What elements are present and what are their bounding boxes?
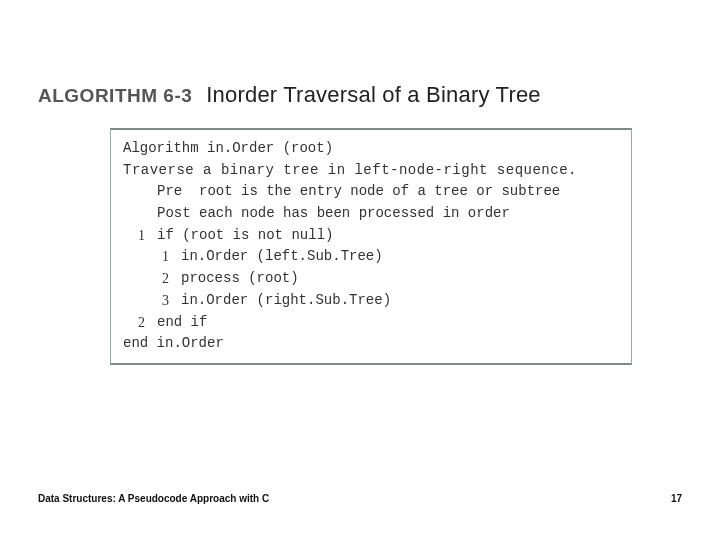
step-num: 2 [123,312,145,334]
algo-desc: Traverse a binary tree in left-node-righ… [123,160,577,182]
algorithm-box: Algorithm in.Order (root) Traverse a bin… [110,128,632,365]
step-text: in.Order (right.Sub.Tree) [181,290,391,312]
algorithm-title: Inorder Traversal of a Binary Tree [206,82,541,108]
algorithm-header: ALGORITHM 6-3 Inorder Traversal of a Bin… [0,0,720,120]
footer-book-title: Data Structures: A Pseudocode Approach w… [38,493,269,504]
step-num: 1 [123,225,145,247]
step-num: 2 [123,268,169,290]
step-text: end if [157,312,207,334]
algorithm-label: ALGORITHM 6-3 [38,85,192,107]
step-text: in.Order (left.Sub.Tree) [181,246,383,268]
step-text: process (root) [181,268,299,290]
algo-pre: Pre root is the entry node of a tree or … [157,181,560,203]
step-num: 1 [123,246,169,268]
algo-end: end in.Order [123,333,224,355]
algo-name-line: Algorithm in.Order (root) [123,138,333,160]
page-number: 17 [671,493,682,504]
slide: ALGORITHM 6-3 Inorder Traversal of a Bin… [0,0,720,540]
algo-post: Post each node has been processed in ord… [157,203,510,225]
step-num: 3 [123,290,169,312]
step-text: if (root is not null) [157,225,333,247]
